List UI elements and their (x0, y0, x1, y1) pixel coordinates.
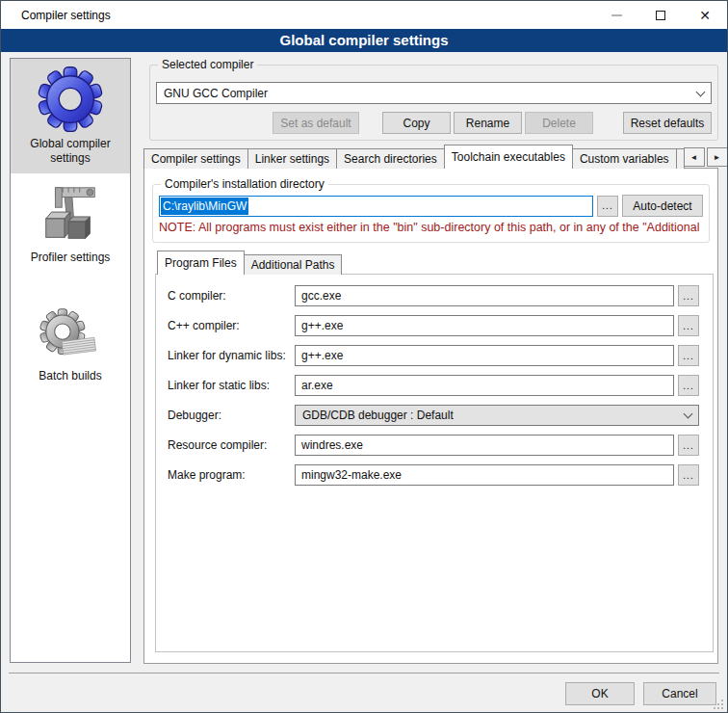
install-dir-selected-text: C:\raylib\MinGW (161, 198, 248, 215)
subtab-program-files[interactable]: Program Files (157, 251, 245, 275)
rename-button[interactable]: Rename (454, 112, 522, 134)
minimize-button[interactable] (594, 1, 638, 29)
install-dir-input[interactable]: C:\raylib\MinGW (159, 196, 593, 217)
linker-for-static-libs-browse-button[interactable]: ... (678, 375, 699, 396)
cancel-button[interactable]: Cancel (643, 682, 716, 705)
caliper-blocks-icon (37, 181, 104, 249)
window-controls: ✕ (594, 1, 727, 29)
maximize-button[interactable] (638, 1, 683, 29)
linker-for-dynamic-libs-input[interactable]: g++.exe (295, 345, 674, 366)
tab-linker-settings[interactable]: Linker settings (247, 148, 337, 169)
debugger-value: GDB/CDB debugger : Default (302, 409, 454, 422)
close-icon: ✕ (699, 9, 711, 22)
make-program-input[interactable]: mingw32-make.exe (295, 464, 674, 486)
sidebar-item-global-compiler-settings[interactable]: Global compiler settings (11, 59, 130, 173)
close-button[interactable]: ✕ (683, 1, 727, 29)
toolchain-form: C compiler:gcc.exe...C++ compiler:g++.ex… (168, 285, 699, 486)
linker-for-dynamic-libs-label: Linker for dynamic libs: (168, 349, 295, 362)
ok-label: OK (591, 687, 608, 700)
auto-detect-label: Auto-detect (633, 199, 691, 213)
c-compiler-label: C++ compiler: (168, 319, 295, 332)
c-compiler-value: g++.exe (301, 319, 343, 332)
sidebar-item-label: Batch builds (37, 367, 103, 391)
debugger-row: Debugger:GDB/CDB debugger : Default (168, 405, 699, 426)
window-title: Compiler settings (1, 9, 111, 22)
resource-compiler-browse-button[interactable]: ... (678, 435, 699, 456)
make-program-browse-button[interactable]: ... (678, 464, 699, 486)
c-compiler-input[interactable]: g++.exe (295, 315, 674, 336)
footer-divider (9, 673, 719, 673)
copy-button[interactable]: Copy (382, 112, 451, 134)
right-arrow-icon: ► (714, 153, 721, 162)
reset-defaults-button[interactable]: Reset defaults (623, 112, 712, 134)
program-files-tab-strip: Program FilesAdditional Paths (157, 251, 717, 275)
cancel-label: Cancel (662, 687, 697, 700)
toolchain-executables-page: Compiler's installation directory C:\ray… (143, 168, 718, 664)
c-compiler-row: C compiler:gcc.exe... (168, 285, 699, 306)
tab-search-directories[interactable]: Search directories (336, 148, 445, 169)
tab-scroll-right-button[interactable]: ► (707, 147, 728, 167)
footer-buttons: OK Cancel (565, 682, 716, 705)
installation-directory-group-label: Compiler's installation directory (161, 177, 328, 191)
compiler-buttons-row: Set as defaultCopyRenameDeleteReset defa… (156, 112, 712, 134)
compiler-select[interactable]: GNU GCC Compiler (156, 82, 712, 104)
bin-subdirectory-note: NOTE: All programs must exist either in … (159, 221, 703, 234)
installation-directory-row: C:\raylib\MinGW ... Auto-detect (159, 195, 703, 217)
debugger-select[interactable]: GDB/CDB debugger : Default (295, 405, 699, 426)
linker-for-static-libs-value: ar.exe (301, 379, 333, 392)
chevron-down-icon (696, 87, 706, 96)
tab-custom-variables[interactable]: Custom variables (572, 148, 677, 169)
chevron-down-icon (684, 409, 693, 419)
debugger-label: Debugger: (168, 409, 295, 422)
gray-gear-stack-icon (38, 305, 103, 367)
make-program-value: mingw32-make.exe (301, 468, 402, 482)
auto-detect-button[interactable]: Auto-detect (622, 195, 703, 217)
selected-compiler-group: Selected compiler GNU GCC Compiler Set a… (149, 65, 718, 141)
resource-compiler-value: windres.exe (301, 438, 363, 452)
linker-for-dynamic-libs-browse-button[interactable]: ... (678, 345, 699, 366)
main-panel: Selected compiler GNU GCC Compiler Set a… (143, 58, 721, 664)
tab-strip: Compiler settingsLinker settingsSearch d… (143, 145, 721, 169)
make-program-row: Make program:mingw32-make.exe... (168, 464, 699, 486)
left-arrow-icon: ◄ (690, 153, 698, 162)
sidebar-item-label: Profiler settings (29, 249, 113, 273)
tab-compiler-settings[interactable]: Compiler settings (143, 148, 248, 169)
c-compiler-row: C++ compiler:g++.exe... (168, 315, 699, 336)
linker-for-static-libs-input[interactable]: ar.exe (295, 375, 674, 396)
banner-title: Global compiler settings (279, 32, 448, 48)
dialog-banner: Global compiler settings (1, 29, 727, 52)
linker-for-static-libs-row: Linker for static libs:ar.exe... (168, 375, 699, 396)
c-compiler-input[interactable]: gcc.exe (295, 285, 674, 306)
dialog-content: Global compiler settings Profiler settin… (1, 52, 727, 712)
ok-button[interactable]: OK (565, 682, 635, 705)
resize-grip[interactable] (714, 700, 723, 709)
c-compiler-browse-button[interactable]: ... (678, 315, 699, 336)
minimize-icon (611, 14, 622, 16)
subtab-additional-paths[interactable]: Additional Paths (244, 254, 343, 275)
c-compiler-value: gcc.exe (301, 289, 341, 303)
sidebar-item-profiler-settings[interactable]: Profiler settings (11, 181, 130, 273)
sidebar-item-label: Global compiler settings (11, 135, 130, 173)
resource-compiler-label: Resource compiler: (168, 438, 295, 452)
install-dir-browse-button[interactable]: ... (597, 196, 618, 217)
linker-for-dynamic-libs-row: Linker for dynamic libs:g++.exe... (168, 345, 699, 366)
installation-directory-group: Compiler's installation directory C:\ray… (152, 184, 710, 243)
tab-scroll-left-button[interactable]: ◄ (684, 147, 705, 167)
delete-button: Delete (525, 112, 593, 134)
maximize-icon (656, 11, 665, 20)
compiler-select-value: GNU GCC Compiler (164, 87, 268, 100)
program-files-page: C compiler:gcc.exe...C++ compiler:g++.ex… (155, 274, 714, 652)
linker-for-static-libs-label: Linker for static libs: (168, 379, 295, 392)
c-compiler-label: C compiler: (168, 289, 295, 303)
make-program-label: Make program: (168, 468, 295, 482)
blue-gear-icon (36, 64, 105, 135)
resource-compiler-input[interactable]: windres.exe (295, 435, 674, 456)
set-as-default-button: Set as default (273, 112, 359, 134)
titlebar: Compiler settings ✕ (1, 1, 727, 29)
tab-toolchain-executables[interactable]: Toolchain executables (444, 145, 573, 169)
browse-ellipsis-icon: ... (602, 200, 612, 211)
sidebar: Global compiler settings Profiler settin… (10, 58, 131, 663)
resource-compiler-row: Resource compiler:windres.exe... (168, 435, 699, 456)
c-compiler-browse-button[interactable]: ... (678, 285, 699, 306)
sidebar-item-batch-builds[interactable]: Batch builds (11, 305, 130, 391)
